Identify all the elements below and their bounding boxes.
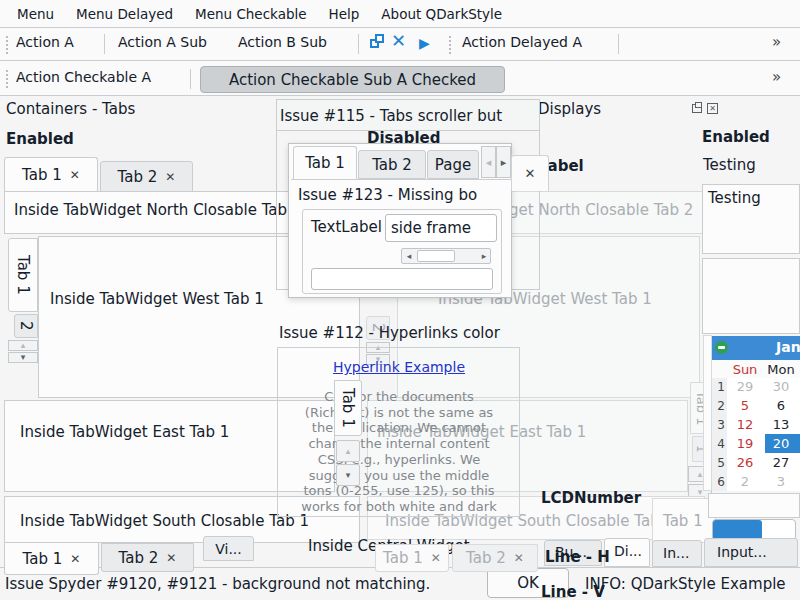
issue-115-title-bar[interactable]: Issue #115 - Tabs scroller but [277,100,539,131]
tab-west-2[interactable]: 2 [14,314,38,338]
week-number: 5 [714,456,725,470]
tab-label: Tab 1 [383,549,423,567]
action-checkable-a-button[interactable]: Action Checkable A [16,69,151,85]
dock-tab-label: Vi... [215,541,242,557]
action-b-sub-button[interactable]: Action B Sub [238,34,327,50]
tab-scroll-down-button[interactable]: ▾ [8,352,38,363]
calendar-day[interactable]: 6 [764,398,798,413]
issue-123-window[interactable]: Tab 1 Tab 2 Page ◂ ▸ Issue #123 - Missin… [288,143,512,298]
tab-north-1[interactable]: Tab 1✕ [4,157,98,192]
hyperlink-example-link[interactable]: Hyperlink Example [287,357,511,376]
tab-label: Tab 1 [305,154,345,172]
tab-scroll-left-button[interactable]: ◂ [481,146,496,178]
close-action-icon[interactable]: ✕ [391,30,406,51]
tab-north-2[interactable]: Tab 2✕ [100,161,193,192]
horizontal-scrollbar[interactable]: ◂ ▸ [401,248,491,264]
scrollbar-handle[interactable] [417,250,455,262]
tab-label: Tab 2 [118,168,158,186]
menu-bar: Menu Menu Delayed Menu Checkable Help Ab… [0,0,800,28]
frame-line-edit-empty[interactable] [311,268,493,290]
containers-enabled-header: Enabled [6,130,74,148]
dock-tab-views[interactable]: Vi... [203,536,254,561]
calendar-prev-month-icon[interactable] [715,341,728,354]
calendar-day[interactable]: 19 [730,436,760,451]
calendar-day[interactable]: 30 [764,379,798,394]
play-icon[interactable]: ▶ [419,35,430,51]
calendar-day[interactable]: 13 [764,417,798,432]
dock-tab-inputs-fields[interactable]: Input... [704,538,798,567]
east-enabled-content: Inside TabWidget East Tab 1 [20,423,229,441]
checked-button-label: Action Checkable Sub A Checked [229,71,476,89]
tab-close-icon[interactable]: ✕ [70,552,80,566]
tab-east-1[interactable]: Tab 1 [334,380,362,436]
tab-page-3[interactable]: Page [427,150,479,179]
dock-tab-label: Input... [717,544,767,560]
displays-enabled-header: Enabled [702,128,770,146]
calendar-day[interactable]: 27 [764,455,798,470]
tab-close-icon[interactable]: ✕ [166,551,176,565]
calendar-day[interactable]: 29 [730,379,760,394]
issue-112-title: Issue #112 - Hyperlinks color [279,324,500,342]
tab-south-1[interactable]: Tab 1✕ [4,543,99,575]
lcd-number [708,493,800,518]
up-arrow-icon: ▴ [21,341,26,350]
calendar-month-label[interactable]: Jan [776,339,800,355]
toolbar-drag-handle[interactable] [448,35,453,54]
menu-item-menu-checkable[interactable]: Menu Checkable [186,6,316,22]
paragraph-line: change the internal content [287,436,511,452]
toolbar-drag-handle[interactable] [5,69,10,88]
tab-label: Tab 2 [466,549,506,567]
calendar-day[interactable]: 12 [730,417,760,432]
dock-close-icon[interactable]: ✕ [707,103,718,114]
tab-scroll-right-button[interactable]: ▸ [496,146,511,178]
calendar-widget[interactable]: Jan Sun Mon 1 29 30 2 5 6 3 12 13 4 19 2… [712,336,800,491]
tab-north-disabled-close: ✕ [511,155,549,191]
action-a-sub-button[interactable]: Action A Sub [118,34,207,50]
restore-window-icon[interactable] [375,34,384,43]
calendar-day-selected[interactable]: 20 [764,436,798,451]
paragraph-line: tons (0-255, use 125), so this [287,483,511,499]
dock-tab-inputs-no-fields[interactable]: In... [652,540,702,567]
tab-scroll-up-button[interactable]: ▴ [8,340,38,351]
tab-close-icon[interactable]: ✕ [165,170,175,184]
tab-page-2[interactable]: Tab 2 [358,150,426,179]
menu-item-menu-delayed[interactable]: Menu Delayed [67,6,182,22]
toolbar-overflow-chevron[interactable]: » [772,33,781,51]
tab-scroll-down-button[interactable]: ▾ [336,464,360,486]
tab-label: Tab 2 [119,549,159,567]
week-number: 6 [714,475,725,489]
up-arrow-icon: ▴ [346,447,351,456]
scrollbar-left-button[interactable]: ◂ [402,249,416,263]
menu-item-help[interactable]: Help [320,6,369,22]
graphics-view[interactable] [702,258,800,334]
frame-line-edit[interactable]: side frame [385,214,497,242]
menu-item-about[interactable]: About QDarkStyle [372,6,511,22]
tab-close-icon[interactable]: ✕ [70,168,80,182]
tab-close-icon: ✕ [525,166,536,181]
menu-item-menu[interactable]: Menu [8,6,63,22]
tab-scroll-up-button[interactable]: ▴ [336,440,360,462]
tab-south-2[interactable]: Tab 2✕ [101,543,194,572]
action-checkable-sub-checked-button[interactable]: Action Checkable Sub A Checked [200,66,505,93]
calendar-day[interactable]: 26 [730,455,760,470]
action-a-button[interactable]: Action A [16,34,74,50]
toolbar-drag-handle[interactable] [5,35,10,54]
west-enabled-content: Inside TabWidget West Tab 1 [50,290,264,308]
calendar-day[interactable]: 3 [764,474,798,489]
scrollbar-right-button[interactable]: ▸ [477,249,491,263]
tab-west-1[interactable]: Tab 1 [8,238,38,312]
week-number: 1 [714,380,725,394]
calendar-day[interactable]: 2 [730,474,760,489]
text-browser[interactable]: Testing [702,184,800,254]
calendar-nav-bar: Jan [712,336,800,360]
toolbar-overflow-chevron[interactable]: » [772,68,781,86]
displays-line-h-row-header: Line - H [545,548,610,566]
dock-tab-displays-selected[interactable]: Di... [604,538,650,567]
action-delayed-a-button[interactable]: Action Delayed A [462,34,582,50]
calendar-day[interactable]: 5 [730,398,760,413]
left-arrow-icon: ◂ [486,157,492,168]
tab-page-1[interactable]: Tab 1 [293,146,357,179]
dock-float-icon[interactable] [695,102,702,108]
calendar-day-header-row: Sun Mon [712,360,800,378]
link-label[interactable]: Hyperlink Example [333,359,465,375]
